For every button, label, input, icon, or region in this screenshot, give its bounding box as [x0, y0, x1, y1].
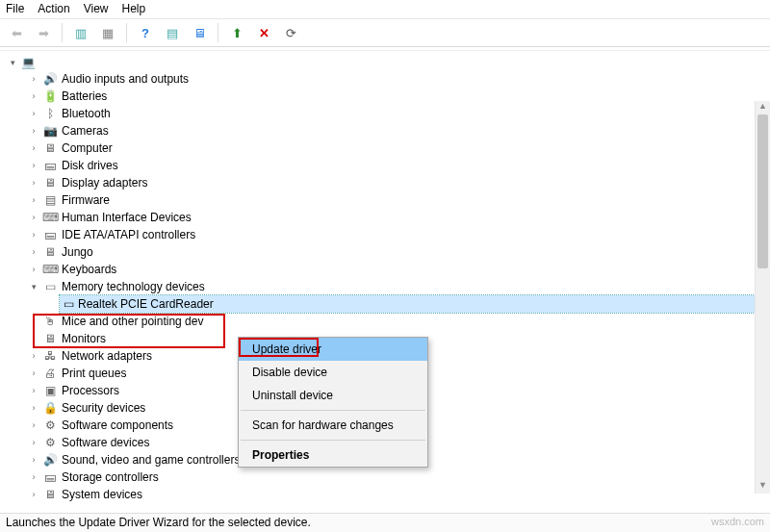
chevron-right-icon: ›: [29, 366, 38, 381]
tree-category-label: Monitors: [62, 331, 106, 346]
context-menu: Update driver Disable device Uninstall d…: [238, 337, 428, 468]
chevron-right-icon: ›: [29, 192, 38, 208]
category-icon: 🖥: [42, 244, 58, 260]
chevron-right-icon: ›: [29, 140, 38, 156]
context-menu-update-driver[interactable]: Update driver: [239, 338, 427, 361]
category-icon: 🖴: [42, 227, 58, 242]
context-menu-scan-hardware[interactable]: Scan for hardware changes: [239, 414, 427, 437]
category-icon: 🖥: [42, 140, 58, 156]
chevron-right-icon: ›: [29, 418, 38, 433]
update-driver-button[interactable]: ⟳: [280, 22, 301, 43]
chevron-right-icon: ›: [29, 400, 38, 416]
forward-button[interactable]: ➡: [33, 22, 54, 43]
category-icon: 🖱: [42, 314, 58, 329]
uninstall-button[interactable]: ✕: [253, 22, 274, 43]
chevron-right-icon: ›: [29, 123, 38, 139]
tree-category-label: Firmware: [62, 192, 110, 208]
tree-category-label: Security devices: [62, 400, 145, 416]
tree-category[interactable]: ›⌨Keyboards: [27, 261, 770, 278]
scrollbar-down-arrow-icon[interactable]: ▼: [756, 480, 770, 494]
tree-category[interactable]: ›🖴Storage controllers: [27, 469, 770, 486]
tree-category-label: Disk drives: [62, 158, 118, 173]
back-button[interactable]: ⬅: [6, 22, 27, 43]
tree-root[interactable]: ▾💻: [6, 55, 770, 70]
tree-category[interactable]: ›🔋Batteries: [27, 88, 770, 105]
tree-category[interactable]: ›⌨Human Interface Devices: [27, 209, 770, 226]
tree-category[interactable]: ▾▭Memory technology devices: [27, 278, 770, 295]
tree-category[interactable]: ›▤Firmware: [27, 191, 770, 209]
tree-device-label: Realtek PCIE CardReader: [78, 296, 214, 312]
tree-category[interactable]: ›🖥Computer: [27, 139, 770, 157]
chevron-right-icon: ›: [29, 469, 38, 485]
menu-view[interactable]: View: [84, 2, 109, 15]
tree-category-label: Software components: [62, 418, 173, 433]
icon-button[interactable]: ▤: [162, 22, 183, 43]
category-icon: ⚙: [42, 435, 58, 450]
chevron-right-icon: ›: [29, 262, 38, 277]
category-icon: 🔋: [42, 89, 58, 104]
category-icon: ⌨: [42, 210, 58, 225]
category-icon: 🖨: [42, 366, 58, 381]
tree-category-label: Mice and other pointing dev: [62, 314, 203, 329]
menu-file[interactable]: File: [6, 2, 24, 15]
chevron-right-icon: ›: [29, 331, 38, 346]
category-icon: ᛒ: [42, 106, 58, 121]
toolbar-separator: [218, 23, 218, 42]
chevron-down-icon: ▾: [8, 58, 17, 67]
chevron-right-icon: ›: [29, 158, 38, 173]
tree-category[interactable]: ›🖥Display adapters: [27, 174, 770, 191]
category-icon: 📷: [42, 123, 58, 139]
context-menu-separator: [241, 440, 425, 441]
watermark: wsxdn.com: [711, 516, 764, 530]
help-button[interactable]: ?: [135, 22, 156, 43]
context-menu-uninstall-device[interactable]: Uninstall device: [239, 384, 427, 407]
category-icon: 🖥: [42, 331, 58, 346]
category-icon: 🔒: [42, 400, 58, 416]
tree-category[interactable]: ›🖱Mice and other pointing dev: [27, 313, 770, 330]
category-icon: 🖴: [42, 158, 58, 173]
status-bar: Launches the Update Driver Wizard for th…: [0, 513, 770, 532]
category-icon: 🖥: [42, 175, 58, 190]
chevron-right-icon: ›: [29, 210, 38, 225]
menubar: File Action View Help: [0, 0, 770, 19]
category-icon: 🖥: [42, 487, 58, 502]
tree-category-label: Processors: [62, 383, 119, 398]
tree-category-label: Computer: [62, 140, 113, 156]
tree-category-label: Software devices: [62, 435, 149, 450]
chevron-right-icon: ›: [29, 89, 38, 104]
tree-category-label: Human Interface Devices: [62, 210, 192, 225]
tree-category[interactable]: ›🖥Jungo: [27, 243, 770, 261]
context-menu-properties[interactable]: Properties: [239, 443, 427, 467]
chevron-right-icon: ›: [29, 175, 38, 190]
chevron-right-icon: ›: [29, 244, 38, 260]
scrollbar-thumb[interactable]: [757, 114, 768, 268]
tree-category[interactable]: ›🖥System devices: [27, 486, 770, 503]
tree-category-label: Audio inputs and outputs: [62, 71, 189, 87]
device-icon: ▭: [64, 296, 74, 312]
tree-category[interactable]: ›ᛒBluetooth: [27, 105, 770, 122]
scrollbar-up-arrow-icon[interactable]: ▲: [756, 101, 770, 114]
tree-category-label: Bluetooth: [62, 106, 111, 121]
category-icon: ⚙: [42, 418, 58, 433]
chevron-right-icon: ›: [29, 435, 38, 450]
vertical-scrollbar[interactable]: ▲ ▼: [755, 101, 770, 494]
toolbar-separator: [126, 23, 127, 42]
tree-category-label: Sound, video and game controllers: [62, 452, 240, 468]
menu-help[interactable]: Help: [122, 2, 146, 15]
chevron-right-icon: ›: [29, 227, 38, 242]
menu-action[interactable]: Action: [38, 2, 69, 15]
chevron-right-icon: ›: [29, 106, 38, 121]
tree-category[interactable]: ›🖴IDE ATA/ATAPI controllers: [27, 226, 770, 243]
show-hide-tree-button[interactable]: ▥: [70, 22, 91, 43]
context-menu-disable-device[interactable]: Disable device: [239, 361, 427, 384]
enable-button[interactable]: ⬆: [226, 22, 247, 43]
chevron-right-icon: ›: [29, 314, 38, 329]
tree-category[interactable]: ›🖴Disk drives: [27, 157, 770, 174]
view-button[interactable]: ▦: [97, 22, 118, 43]
tree-category[interactable]: ›🔊Audio inputs and outputs: [27, 70, 770, 88]
tree-category[interactable]: ›📷Cameras: [27, 122, 770, 139]
tree-device[interactable]: ▭Realtek PCIE CardReader: [60, 295, 770, 313]
status-text: Launches the Update Driver Wizard for th…: [6, 516, 311, 530]
tree-category-label: Cameras: [62, 123, 109, 139]
scan-hardware-button[interactable]: 🖥: [189, 22, 210, 43]
